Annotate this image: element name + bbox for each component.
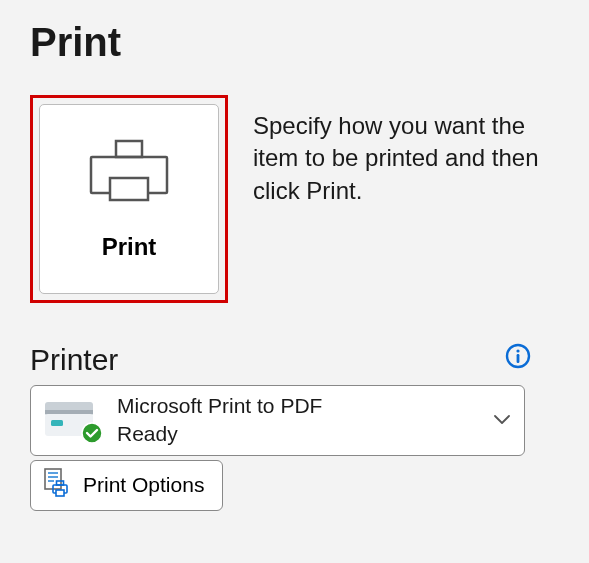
svg-rect-0 — [116, 141, 142, 157]
info-icon[interactable] — [505, 343, 531, 373]
page-title: Print — [30, 20, 559, 65]
highlight-outline: Print — [30, 95, 228, 303]
svg-rect-9 — [51, 420, 63, 426]
svg-rect-2 — [110, 178, 148, 200]
svg-rect-5 — [517, 354, 520, 363]
printer-heading-row: Printer — [30, 343, 559, 377]
svg-point-4 — [516, 349, 519, 352]
print-button-label: Print — [102, 233, 157, 261]
svg-rect-17 — [56, 490, 64, 496]
printer-status: Ready — [117, 420, 494, 448]
print-options-label: Print Options — [83, 473, 204, 497]
print-options-icon — [41, 467, 73, 504]
chevron-down-icon — [494, 411, 510, 429]
print-section: Print Specify how you want the item to b… — [30, 95, 559, 303]
printer-heading: Printer — [30, 343, 118, 377]
print-instruction: Specify how you want the item to be prin… — [253, 95, 553, 303]
printer-name: Microsoft Print to PDF — [117, 392, 494, 420]
svg-point-10 — [82, 423, 102, 443]
printer-info: Microsoft Print to PDF Ready — [117, 392, 494, 449]
printer-selector[interactable]: Microsoft Print to PDF Ready — [30, 385, 525, 456]
print-options-button[interactable]: Print Options — [30, 460, 223, 511]
svg-rect-7 — [45, 410, 93, 414]
print-button[interactable]: Print — [39, 104, 219, 294]
svg-rect-14 — [48, 480, 54, 482]
printer-icon — [88, 138, 170, 211]
status-ok-icon — [81, 422, 103, 448]
svg-rect-12 — [48, 472, 58, 474]
printer-thumbnail-icon — [39, 396, 99, 444]
svg-rect-13 — [48, 476, 58, 478]
